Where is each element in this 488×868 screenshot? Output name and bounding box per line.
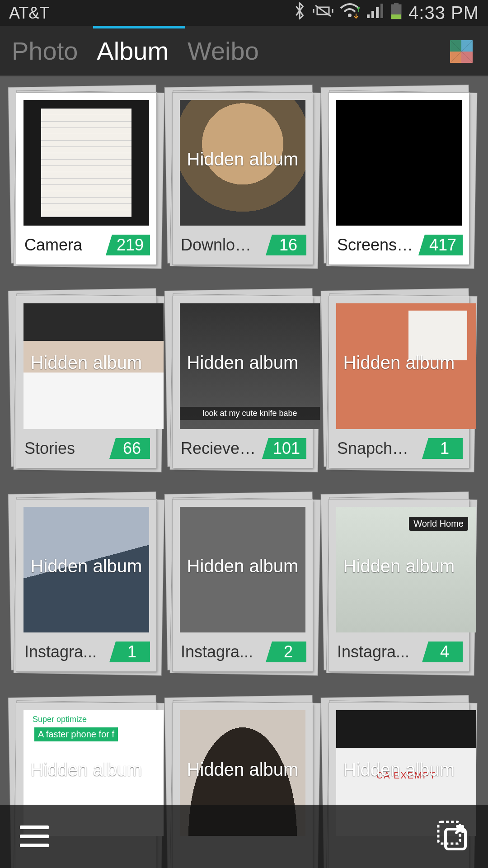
svg-point-0 — [348, 14, 352, 17]
album-count-badge: 417 — [418, 235, 463, 255]
album-footer: Screensh... 417 — [329, 226, 469, 264]
tab-weibo[interactable]: Weibo — [188, 36, 259, 66]
signal-icon — [366, 3, 384, 23]
svg-rect-3 — [391, 14, 401, 19]
album-name-label: Screensh... — [337, 236, 414, 255]
album-footer: Snapchat... 1 — [329, 429, 469, 468]
battery-icon — [390, 2, 402, 24]
album-name-label: Snapchat... — [337, 439, 414, 458]
album-count-badge: 4 — [422, 642, 463, 662]
album-thumbnail — [180, 100, 305, 226]
album-card[interactable]: Hidden album Instagra... 2 — [173, 500, 313, 671]
album-grid: Camera 219 Hidden album Download... 16 S… — [0, 76, 488, 868]
album-count-badge: 2 — [266, 642, 306, 662]
carrier-label: AT&T — [9, 4, 49, 23]
album-name-label: Camera — [24, 236, 82, 255]
album-footer: Camera 219 — [16, 226, 156, 264]
tab-photo[interactable]: Photo — [12, 36, 78, 66]
album-thumbnail — [336, 303, 476, 429]
album-footer: Instagra... 4 — [329, 632, 469, 671]
album-count-badge: 101 — [262, 438, 306, 459]
bluetooth-icon — [293, 2, 306, 24]
album-card[interactable]: Hidden album Download... 16 — [173, 93, 313, 264]
app-logo-icon[interactable] — [450, 40, 473, 63]
tab-indicator — [93, 26, 185, 28]
album-name-label: Download... — [181, 236, 258, 255]
album-name-label: Instagra... — [181, 642, 253, 661]
album-card[interactable]: Hidden album Recieved... 101 — [173, 296, 313, 468]
album-thumbnail — [23, 507, 149, 632]
album-name-label: Instagra... — [337, 642, 409, 661]
album-thumbnail — [180, 507, 305, 632]
vibrate-icon — [313, 2, 333, 24]
album-footer: Instagra... 2 — [173, 632, 313, 671]
wifi-icon — [340, 3, 360, 23]
clock-label: 4:33 PM — [408, 3, 479, 23]
album-card[interactable]: Screensh... 417 — [329, 93, 469, 264]
album-thumbnail — [23, 100, 149, 226]
album-card[interactable]: Hidden album Instagra... 1 — [16, 500, 156, 671]
resize-icon[interactable] — [436, 819, 468, 854]
album-thumbnail — [336, 100, 462, 226]
album-footer: Instagra... 1 — [16, 632, 156, 671]
album-thumbnail — [336, 507, 476, 632]
album-footer: Recieved... 101 — [173, 429, 313, 468]
album-thumbnail — [23, 303, 164, 429]
album-count-badge: 219 — [106, 235, 150, 255]
menu-icon[interactable] — [20, 826, 49, 847]
status-bar: AT&T 4:33 PM — [0, 0, 488, 26]
status-icons: 4:33 PM — [293, 2, 479, 24]
album-card[interactable]: Hidden album Stories 66 — [16, 296, 156, 468]
album-card[interactable]: Hidden album Instagra... 4 — [329, 500, 469, 671]
album-footer: Download... 16 — [173, 226, 313, 264]
svg-rect-2 — [394, 3, 399, 5]
album-card[interactable]: Camera 219 — [16, 93, 156, 264]
album-name-label: Instagra... — [24, 642, 97, 661]
album-count-badge: 66 — [109, 438, 150, 459]
album-name-label: Stories — [24, 439, 75, 458]
album-footer: Stories 66 — [16, 429, 156, 468]
tab-album[interactable]: Album — [97, 36, 169, 66]
tab-bar: Photo Album Weibo — [0, 26, 488, 76]
bottom-bar — [0, 805, 488, 868]
album-count-badge: 1 — [422, 438, 463, 459]
album-card[interactable]: Hidden album Snapchat... 1 — [329, 296, 469, 468]
album-name-label: Recieved... — [181, 439, 258, 458]
album-thumbnail — [180, 303, 320, 429]
album-count-badge: 1 — [109, 642, 150, 662]
album-count-badge: 16 — [266, 235, 306, 255]
